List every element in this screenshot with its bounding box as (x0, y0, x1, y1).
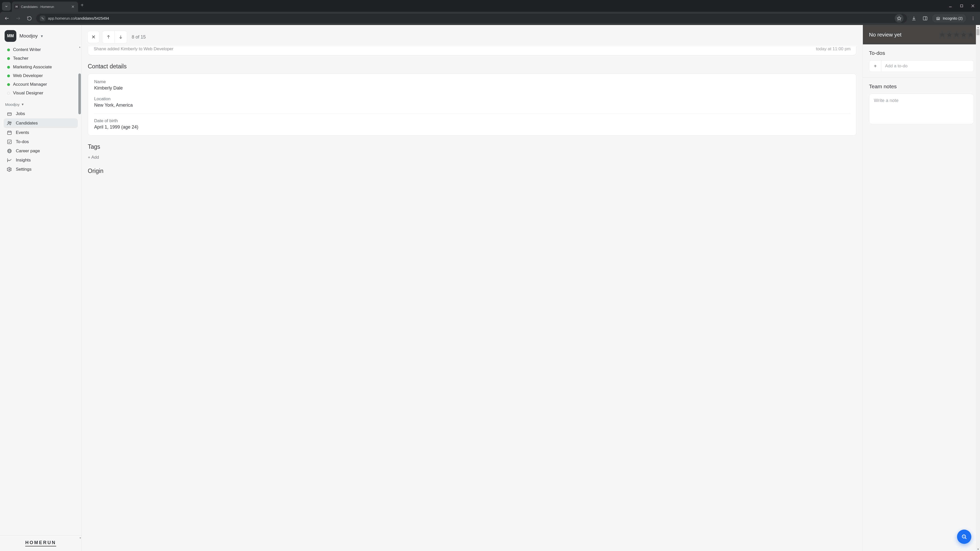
page-scrollbar[interactable]: ▴ ▾ (976, 25, 980, 551)
nav-label: Jobs (16, 111, 25, 116)
activity-card: Shane added Kimberly to Web Developer to… (88, 46, 856, 56)
svg-marker-37 (947, 32, 952, 37)
svg-rect-24 (8, 131, 11, 135)
nav-item-todos[interactable]: To-dos (3, 137, 78, 146)
window-maximize-icon[interactable] (959, 4, 964, 8)
star-icon[interactable] (946, 32, 953, 38)
nav-item-events[interactable]: Events (3, 128, 78, 137)
nav-item-jobs[interactable]: Jobs (3, 109, 78, 118)
pager-position: 8 (132, 35, 134, 40)
svg-marker-40 (968, 32, 974, 37)
workspace-mini-switcher[interactable]: Moodjoy ▾ (0, 100, 81, 108)
brand-wordmark[interactable]: HOMERUN (25, 540, 56, 546)
center-column: ✕ 8 of 15 Shane added Kimberly (82, 25, 862, 551)
nav-forward-icon[interactable] (14, 14, 22, 23)
rating-stars[interactable] (939, 32, 974, 38)
svg-point-22 (8, 121, 10, 123)
svg-point-14 (937, 19, 938, 20)
browser-tab[interactable]: H Candidates · Homerun ✕ (12, 2, 78, 12)
svg-rect-20 (8, 113, 11, 116)
dob-value[interactable]: April 1, 1999 (age 24) (94, 124, 850, 130)
star-icon[interactable] (939, 32, 945, 38)
svg-rect-1 (961, 5, 963, 7)
svg-marker-38 (954, 32, 959, 37)
sidebar: MM Moodjoy ▾ ▴ Content Writer Teacher Ma… (0, 25, 82, 551)
nav-label: Settings (16, 167, 32, 172)
pager-prev-button[interactable] (102, 31, 115, 43)
pager-close-button[interactable]: ✕ (87, 31, 100, 43)
scrollbar-arrow-up-icon[interactable]: ▴ (78, 45, 81, 48)
job-item[interactable]: Teacher (5, 54, 75, 63)
candidate-pager: ✕ 8 of 15 (82, 25, 862, 46)
job-item[interactable]: Account Manager (5, 80, 75, 89)
scrollbar-arrow-up-icon[interactable]: ▴ (976, 25, 980, 29)
location-value[interactable]: New York, America (94, 103, 850, 108)
window-minimize-icon[interactable] (948, 4, 953, 8)
nav-item-settings[interactable]: Settings (3, 165, 78, 174)
new-tab-button[interactable]: + (81, 2, 84, 10)
location-label: Location (94, 97, 850, 102)
nav-item-insights[interactable]: Insights (3, 156, 78, 165)
incognito-indicator[interactable]: Incognito (2) (932, 14, 966, 22)
job-label: Marketing Associate (13, 65, 52, 70)
job-item[interactable]: Web Developer (5, 71, 75, 80)
todos-heading: To-dos (869, 50, 974, 56)
chevron-down-icon: ▾ (41, 34, 43, 38)
job-label: Web Developer (13, 73, 43, 78)
globe-icon (6, 148, 12, 154)
svg-point-33 (9, 169, 10, 170)
star-icon[interactable] (968, 32, 974, 38)
review-bar: No review yet (863, 25, 980, 44)
pager-next-button[interactable] (115, 31, 127, 43)
scrollbar-arrow-down-icon[interactable]: ▾ (80, 537, 81, 539)
nav-label: Events (16, 130, 29, 135)
scrollbar-arrow-down-icon[interactable]: ▾ (976, 547, 980, 551)
browser-menu-icon[interactable] (969, 14, 977, 23)
svg-marker-39 (961, 32, 966, 37)
name-value[interactable]: Kimberly Dale (94, 86, 850, 91)
job-item[interactable]: Marketing Associate (5, 63, 75, 71)
url-path: /candidates/5425494 (75, 16, 109, 21)
nav-label: To-dos (16, 139, 29, 144)
team-note-input[interactable]: Write a note (869, 94, 974, 124)
job-label: Content Writer (13, 47, 41, 52)
right-column: No review yet To-dos + Team notes (862, 25, 980, 551)
site-info-icon[interactable] (40, 16, 45, 21)
window-controls (948, 0, 980, 12)
check-square-icon (6, 139, 12, 144)
star-icon[interactable] (961, 32, 967, 38)
incognito-label: Incognito (2) (943, 16, 963, 21)
people-icon (6, 121, 12, 126)
svg-rect-28 (8, 140, 11, 144)
reload-icon[interactable] (25, 14, 34, 23)
nav-item-career-page[interactable]: Career page (3, 146, 78, 156)
bookmark-star-icon[interactable] (895, 14, 904, 23)
brand-footer: HOMERUN (0, 535, 81, 551)
nav-back-icon[interactable] (3, 14, 11, 23)
status-dot-icon (7, 75, 10, 77)
star-icon[interactable] (953, 32, 959, 38)
add-todo-button[interactable]: + (869, 60, 881, 72)
nav-label: Career page (16, 148, 40, 154)
svg-point-6 (42, 17, 42, 18)
primary-nav: Jobs Candidates Events To-dos Career pag… (0, 108, 81, 176)
svg-text:?: ? (963, 535, 965, 538)
svg-point-7 (43, 19, 43, 19)
side-panel-icon[interactable] (921, 14, 929, 23)
tab-close-icon[interactable]: ✕ (70, 4, 76, 9)
svg-point-23 (10, 122, 11, 123)
tabs-dropdown-button[interactable] (2, 2, 11, 11)
downloads-icon[interactable] (910, 14, 918, 23)
nav-item-candidates[interactable]: Candidates (3, 118, 78, 128)
scrollbar-thumb[interactable] (977, 29, 980, 35)
add-tag-button[interactable]: + Add (82, 154, 862, 160)
job-item[interactable]: Visual Designer (5, 89, 75, 97)
window-close-icon[interactable] (971, 4, 975, 8)
workspace-switcher[interactable]: MM Moodjoy ▾ (0, 25, 81, 45)
review-status-label: No review yet (869, 32, 939, 38)
svg-point-19 (973, 19, 974, 20)
help-fab[interactable]: ? (957, 530, 971, 544)
address-bar[interactable]: app.homerun.co/candidates/5425494 (36, 14, 907, 23)
todo-input[interactable] (881, 60, 974, 72)
job-item[interactable]: Content Writer (5, 45, 75, 54)
